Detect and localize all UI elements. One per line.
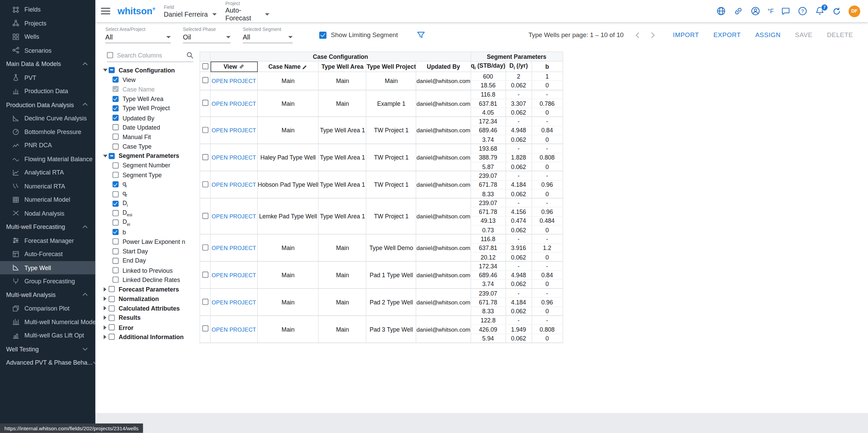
tree-item-checkbox[interactable]: [113, 191, 119, 197]
column-header-type-well-project[interactable]: Type Well Project: [366, 61, 416, 72]
sidebar-section-advanced-pvt-phase-beha[interactable]: Advanced PVT & Phase Beha...: [0, 356, 95, 369]
row-checkbox[interactable]: [202, 181, 208, 187]
sidebar-item-bottomhole-pressure[interactable]: Bottomhole Pressure: [0, 125, 95, 138]
open-project-link[interactable]: OPEN PROJECT: [212, 128, 256, 134]
project-select[interactable]: Project Auto-Forecast: [225, 0, 269, 22]
sidebar-item-multi-well-numerical-model[interactable]: Multi-well Numerical Model: [0, 315, 95, 329]
case-name-cell[interactable]: Main: [257, 316, 319, 343]
case-name-cell[interactable]: Main: [257, 72, 319, 90]
tree-item-linked-to-previous[interactable]: Linked to Previous: [101, 265, 199, 275]
sidebar-item-numerical-model[interactable]: Numerical Model: [0, 193, 95, 206]
sidebar-item-nodal-analysis[interactable]: Nodal Analysis: [0, 206, 95, 220]
tree-item-checkbox[interactable]: [113, 162, 119, 168]
tree-item-checkbox[interactable]: [113, 248, 119, 254]
tree-item-manual-fit[interactable]: Manual Fit: [101, 132, 199, 141]
field-select[interactable]: Field Daniel Ferreira: [164, 4, 217, 18]
tree-group-calculated-attributes[interactable]: Calculated Attributes: [101, 304, 199, 313]
notifications-bell-icon[interactable]: 7: [815, 6, 825, 16]
next-page-button[interactable]: [645, 31, 660, 38]
delete-button[interactable]: DELETE: [820, 32, 860, 38]
filter-funnel-icon[interactable]: [417, 31, 425, 39]
sidebar-item-pvt[interactable]: PVT: [0, 71, 95, 84]
sidebar-item-forecast-manager[interactable]: Forecast Manager: [0, 234, 95, 247]
tree-group-checkbox[interactable]: [108, 324, 115, 331]
link-icon[interactable]: [733, 6, 743, 16]
area-project-select[interactable]: Select Area/Project All: [105, 27, 171, 43]
checkbox-checked-icon[interactable]: [319, 31, 327, 38]
tree-collapse-arrow-icon[interactable]: [101, 306, 108, 311]
select-all-rows-checkbox[interactable]: [200, 61, 210, 72]
row-checkbox[interactable]: [202, 299, 208, 305]
tree-group-checkbox[interactable]: [108, 296, 115, 302]
sidebar-item-pnr-dca[interactable]: PNR DCA: [0, 138, 95, 152]
search-columns-input[interactable]: [117, 52, 182, 59]
tree-item-checkbox[interactable]: [113, 219, 119, 226]
import-button[interactable]: IMPORT: [666, 32, 706, 38]
sidebar-section-production-data-analysis[interactable]: Production Data Analysis: [0, 98, 95, 112]
save-button[interactable]: SAVE: [788, 32, 820, 38]
tree-item-q-f[interactable]: qf: [101, 189, 199, 199]
open-project-link[interactable]: OPEN PROJECT: [212, 299, 256, 305]
tree-collapse-arrow-icon[interactable]: [101, 335, 108, 339]
menu-icon[interactable]: [101, 8, 111, 15]
open-project-link[interactable]: OPEN PROJECT: [212, 155, 256, 161]
case-name-cell[interactable]: Lemke Pad Type Well: [257, 198, 319, 234]
tree-group-checkbox[interactable]: [108, 286, 115, 293]
tree-item-updated-by[interactable]: Updated By: [101, 113, 199, 122]
case-name-cell[interactable]: Main: [257, 117, 319, 144]
sidebar-item-scenarios[interactable]: Scenarios: [0, 44, 95, 57]
tree-item-start-day[interactable]: Start Day: [101, 246, 199, 256]
row-checkbox[interactable]: [202, 271, 208, 278]
sidebar-item-decline-curve-analysis[interactable]: Decline Curve Analysis: [0, 112, 95, 125]
tree-item-checkbox[interactable]: [113, 143, 119, 149]
refresh-icon[interactable]: [832, 6, 841, 16]
tree-group-results[interactable]: Results: [101, 313, 199, 323]
row-checkbox[interactable]: [202, 244, 208, 250]
case-name-cell[interactable]: Main: [257, 90, 319, 117]
tree-item-checkbox[interactable]: [113, 277, 119, 283]
help-icon[interactable]: ?: [798, 6, 807, 16]
sidebar-item-group-forecasting[interactable]: Group Forecasting: [0, 274, 95, 288]
sidebar-item-flowing-material-balance[interactable]: Flowing Material Balance: [0, 152, 95, 166]
row-checkbox[interactable]: [202, 100, 208, 106]
column-header-case-name[interactable]: Case Name: [257, 61, 319, 72]
show-limiting-segment-checkbox[interactable]: Show Limiting Segment: [319, 31, 398, 38]
tree-group-checkbox[interactable]: [108, 67, 115, 73]
tree-group-segment-parameters[interactable]: Segment Parameters: [101, 151, 199, 161]
row-checkbox[interactable]: [202, 213, 208, 219]
case-name-cell[interactable]: Main: [257, 288, 319, 316]
tree-group-forecast-parameters[interactable]: Forecast Parameters: [101, 284, 199, 294]
column-header-type-well-area[interactable]: Type Well Area: [319, 61, 366, 72]
avatar[interactable]: DF: [849, 5, 860, 17]
tree-item-linked-decline-rates[interactable]: Linked Decline Rates: [101, 275, 199, 284]
tree-collapse-arrow-icon[interactable]: [101, 316, 108, 320]
column-header-view[interactable]: View: [210, 61, 257, 72]
assign-button[interactable]: ASSIGN: [748, 32, 788, 38]
tree-item-segment-number[interactable]: Segment Number: [101, 161, 199, 170]
tree-group-checkbox[interactable]: [108, 315, 115, 321]
open-project-link[interactable]: OPEN PROJECT: [212, 272, 256, 278]
sidebar-item-production-data[interactable]: Production Data: [0, 84, 95, 98]
sidebar-item-comparison-plot[interactable]: Comparison Plot: [0, 302, 95, 315]
feedback-icon[interactable]: [781, 6, 790, 16]
tree-item-checkbox[interactable]: [113, 238, 119, 245]
tree-group-checkbox[interactable]: [108, 305, 115, 312]
tree-item-date-updated[interactable]: Date Updated: [101, 122, 199, 132]
tree-item-checkbox[interactable]: [113, 96, 119, 102]
sidebar-section-multi-well-forecasting[interactable]: Multi-well Forecasting: [0, 220, 95, 234]
tree-item-case-type[interactable]: Case Type: [101, 141, 199, 151]
tree-item-checkbox[interactable]: [113, 134, 119, 140]
tree-item-d-ei[interactable]: Dei: [101, 218, 199, 227]
sidebar-item-numerical-rta[interactable]: Numerical RTA: [0, 179, 95, 193]
sidebar-item-analytical-rta[interactable]: Analytical RTA: [0, 166, 95, 179]
tree-item-segment-type[interactable]: Segment Type: [101, 170, 199, 180]
row-checkbox[interactable]: [202, 77, 208, 83]
row-checkbox[interactable]: [202, 154, 208, 160]
account-icon[interactable]: [750, 6, 760, 16]
case-name-cell[interactable]: Main: [257, 234, 319, 262]
tree-item-checkbox[interactable]: [113, 267, 119, 273]
tree-item-checkbox[interactable]: [113, 200, 119, 206]
tree-item-end-day[interactable]: End Day: [101, 256, 199, 265]
tree-group-checkbox[interactable]: [108, 334, 115, 340]
tree-item-power-law-exponent-n[interactable]: Power Law Exponent n: [101, 237, 199, 246]
